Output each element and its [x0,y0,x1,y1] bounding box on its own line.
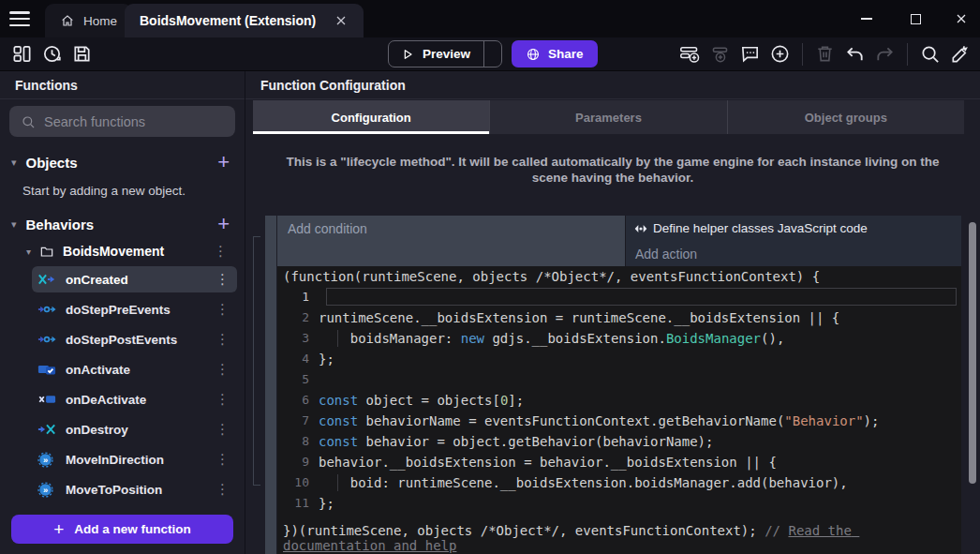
item-menu-icon[interactable]: ⋮ [208,361,237,378]
code-wrapper-footer: })(runtimeScene, objects /*Object*/, eve… [277,523,961,553]
line-number: 7 [277,411,319,431]
page-title: Function Configuration [245,71,980,99]
function-label: onCreated [66,273,200,287]
sidebar-title: Functions [0,71,245,99]
function-label: onActivate [66,363,200,377]
sidebar-item-onactivate[interactable]: onActivate⋮ [32,356,237,382]
group-menu-icon[interactable]: ⋮ [206,243,235,260]
preview-button[interactable]: Preview [388,40,502,67]
tab-parameters[interactable]: Parameters [490,100,727,134]
code-line: 3 boidsManager: new gdjs.__boidsExtensio… [277,328,961,349]
add-comment-icon[interactable] [739,43,761,65]
line-number: 2 [277,307,319,328]
line-number: 4 [277,349,319,369]
search-icon[interactable] [919,43,941,65]
redo-icon[interactable] [874,43,896,65]
line-text: runtimeScene.__boidsExtension = runtimeS… [319,307,839,328]
objects-section-label: Objects [26,155,203,171]
trash-icon[interactable] [814,43,836,65]
objects-empty-text: Start by adding a new object. [22,184,186,198]
line-number: 6 [277,390,319,411]
activate-icon [37,363,58,376]
js-code-editor[interactable]: (function(runtimeScene, objects /*Object… [277,266,961,554]
code-line: 2runtimeScene.__boidsExtension = runtime… [277,307,961,328]
close-window-icon[interactable] [954,11,969,26]
scrollbar-thumb[interactable] [969,222,976,484]
line-text: behavior.__boidsExtension = behavior.__b… [319,452,777,472]
code-event-icon [633,221,648,236]
close-tab-icon[interactable] [334,13,349,28]
search-functions-field[interactable] [44,114,224,129]
js-event-title[interactable]: Define helper classes JavaScript code [626,216,961,241]
behavior-group-boidsmovement[interactable]: ▾ BoidsMovement ⋮ [26,240,235,262]
sidebar-item-dosteppreevents[interactable]: doStepPreEvents⋮ [32,296,237,322]
toolbar-divider [907,43,908,66]
code-line: 7const behaviorName = eventsFunctionCont… [277,411,961,431]
sidebar-item-moveindirection[interactable]: »MoveInDirection⋮ [32,446,237,472]
code-line: 4}; [277,349,961,369]
function-label: MoveToPosition [66,483,200,497]
add-object-button[interactable]: + [212,153,235,172]
tab-object-groups[interactable]: Object groups [728,100,964,134]
edit-code-icon[interactable] [949,43,971,65]
item-menu-icon[interactable]: ⋮ [208,331,237,348]
code-line: 1 [277,287,961,307]
item-menu-icon[interactable]: ⋮ [208,301,237,318]
save-icon[interactable] [71,43,93,65]
add-condition-button[interactable]: Add condition [277,216,625,266]
sidebar-item-dosteppostevents[interactable]: doStepPostEvents⋮ [32,326,237,352]
toolbar: Preview Share [0,37,980,71]
item-menu-icon[interactable]: ⋮ [208,451,237,468]
tab-home[interactable]: Home [45,4,132,37]
add-event-icon[interactable] [679,43,701,65]
chevron-down-icon[interactable]: ▾ [11,157,17,169]
sidebar-item-ondeactivate[interactable]: onDeActivate⋮ [32,386,237,412]
lifecycle-description: This is a "lifecycle method". It will be… [285,154,941,186]
code-wrapper-header: (function(runtimeScene, objects /*Object… [277,266,961,287]
code-line: 6const object = objects[0]; [277,390,961,411]
function-label: doStepPostEvents [66,333,200,347]
item-menu-icon[interactable]: ⋮ [208,271,237,288]
add-subevent-icon[interactable] [709,43,731,65]
tab-configuration[interactable]: Configuration [253,100,490,134]
minimize-icon[interactable] [856,8,877,29]
add-circle-icon[interactable] [769,43,791,65]
sidebar-item-ondestroy[interactable]: onDestroy⋮ [32,416,237,442]
undo-icon[interactable] [844,43,866,65]
sidebar-item-movetoposition[interactable]: »MoveToPosition⋮ [32,476,237,502]
history-icon[interactable] [41,43,63,65]
chevron-down-icon[interactable]: ▾ [11,218,17,231]
line-text: const behaviorName = eventsFunctionConte… [319,411,879,431]
item-menu-icon[interactable]: ⋮ [208,481,237,498]
maximize-icon[interactable] [905,8,926,29]
configuration-tabs: ConfigurationParametersObject groups [253,100,964,134]
add-behavior-button[interactable]: + [212,215,235,233]
search-functions-input[interactable] [9,106,235,137]
line-number: 1 [277,287,319,307]
folder-icon [39,244,54,259]
gdevelop-window: Home BoidsMovement (Extension) Preview S… [0,0,980,554]
preview-dropdown-icon[interactable] [484,47,501,62]
item-menu-icon[interactable]: ⋮ [208,421,237,438]
event-drag-handle[interactable] [265,216,276,554]
behavior-group-label: BoidsMovement [63,244,198,259]
sidebar-item-oncreated[interactable]: onCreated⋮ [32,266,237,292]
main-menu-icon[interactable] [9,11,30,26]
share-button[interactable]: Share [512,40,598,67]
window-controls [856,0,969,37]
events-sheet: Add condition Define helper classes Java… [245,216,980,554]
line-number: 8 [277,431,319,452]
functions-sidebar: Functions ▾ Objects + Start by adding a … [0,71,245,554]
current-line-highlight [326,288,957,306]
line-text: const behavior = object.getBehavior(beha… [319,431,713,452]
tab-boidsmovement-extension[interactable]: BoidsMovement (Extension) [125,4,364,37]
add-action-button[interactable]: Add action [626,241,961,266]
project-manager-icon[interactable] [11,43,33,65]
behaviors-section-header: ▾ Behaviors + [11,212,235,236]
code-lines: 12runtimeScene.__boidsExtension = runtim… [277,287,961,514]
item-menu-icon[interactable]: ⋮ [208,391,237,408]
line-number: 5 [277,369,319,390]
add-function-button[interactable]: + Add a new function [11,515,233,544]
indent-guide [337,474,338,491]
toolbar-divider [802,43,803,66]
